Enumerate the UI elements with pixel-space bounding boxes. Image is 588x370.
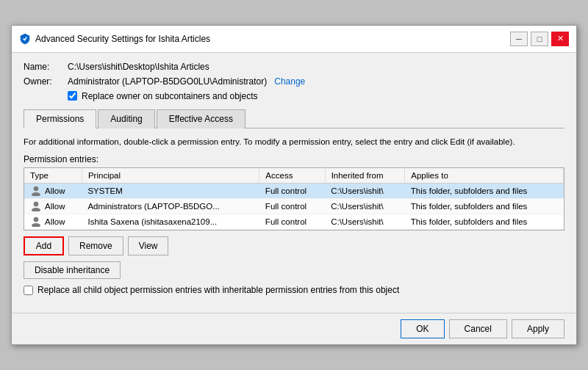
cell-type: Allow: [24, 184, 82, 199]
tab-effective-access[interactable]: Effective Access: [157, 109, 245, 128]
cell-inherited: C:\Users\ishit\: [325, 199, 405, 214]
add-button[interactable]: Add: [24, 236, 64, 255]
section-label: Permission entries:: [24, 154, 564, 164]
window-title: Advanced Security Settings for Ishita Ar…: [35, 34, 210, 44]
tab-auditing[interactable]: Auditing: [98, 109, 154, 128]
view-button[interactable]: View: [128, 236, 169, 255]
svg-point-4: [32, 208, 40, 211]
cancel-button[interactable]: Cancel: [449, 319, 507, 338]
cell-principal: Ishita Saxena (ishitasaxena2109...: [82, 214, 259, 230]
cell-type: Allow: [24, 199, 82, 214]
col-principal: Principal: [82, 168, 259, 184]
change-link[interactable]: Change: [274, 76, 305, 87]
tabs-container: Permissions Auditing Effective Access: [24, 109, 564, 128]
permissions-table-container: Type Principal Access Inherited from App…: [24, 167, 564, 231]
svg-point-7: [32, 223, 40, 227]
replace-child-row: Replace all child object permission entr…: [24, 285, 564, 295]
cell-principal: SYSTEM: [82, 184, 259, 199]
cell-access: Full control: [259, 214, 325, 230]
col-access: Access: [259, 168, 325, 184]
name-label: Name:: [24, 62, 68, 72]
user-icon: [30, 186, 42, 196]
cell-applies: This folder, subfolders and files: [405, 214, 564, 230]
cell-applies: This folder, subfolders and files: [405, 199, 564, 214]
col-type: Type: [24, 168, 82, 184]
cell-inherited: C:\Users\ishit\: [325, 184, 405, 199]
title-bar: Advanced Security Settings for Ishita Ar…: [12, 26, 576, 53]
col-inherited: Inherited from: [325, 168, 405, 184]
main-window: Advanced Security Settings for Ishita Ar…: [11, 25, 577, 345]
dialog-footer: OK Cancel Apply: [12, 313, 576, 344]
minimize-button[interactable]: ─: [510, 32, 528, 46]
owner-row: Owner: Administrator (LAPTOP-B5DGO0LU\Ad…: [24, 76, 564, 87]
apply-button[interactable]: Apply: [512, 319, 564, 338]
dialog-content: Name: C:\Users\ishit\Desktop\Ishita Arti…: [12, 53, 576, 313]
maximize-button[interactable]: □: [531, 32, 548, 46]
owner-label: Owner:: [24, 76, 68, 87]
user-icon: [30, 217, 42, 227]
owner-value: Administrator (LAPTOP-B5DGO0LU\Administr…: [68, 76, 305, 87]
replace-owner-row: Replace owner on subcontainers and objec…: [68, 91, 564, 101]
replace-owner-label: Replace owner on subcontainers and objec…: [82, 91, 257, 101]
window-icon: [19, 33, 31, 45]
window-controls: ─ □ ✕: [510, 32, 569, 46]
cell-inherited: C:\Users\ishit\: [325, 214, 405, 230]
table-header-row: Type Principal Access Inherited from App…: [24, 168, 564, 184]
cell-applies: This folder, subfolders and files: [405, 184, 564, 199]
permissions-table: Type Principal Access Inherited from App…: [24, 168, 564, 230]
table-row[interactable]: Allow SYSTEMFull controlC:\Users\ishit\T…: [24, 184, 564, 199]
replace-child-checkbox[interactable]: [24, 286, 33, 295]
cell-type: Allow: [24, 214, 82, 230]
close-button[interactable]: ✕: [551, 32, 569, 46]
user-icon: [30, 201, 42, 211]
table-row[interactable]: Allow Administrators (LAPTOP-B5DGO...Ful…: [24, 199, 564, 214]
cell-access: Full control: [259, 199, 325, 214]
col-applies: Applies to: [405, 168, 564, 184]
name-row: Name: C:\Users\ishit\Desktop\Ishita Arti…: [24, 62, 564, 72]
owner-name: Administrator (LAPTOP-B5DGO0LU\Administr…: [68, 76, 267, 87]
name-value: C:\Users\ishit\Desktop\Ishita Articles: [68, 62, 209, 72]
disable-inheritance-button[interactable]: Disable inheritance: [24, 261, 121, 279]
tab-permissions[interactable]: Permissions: [24, 109, 96, 128]
svg-point-1: [32, 192, 40, 196]
replace-child-label: Replace all child object permission entr…: [37, 285, 399, 295]
action-buttons: Add Remove View: [24, 236, 564, 255]
replace-owner-checkbox[interactable]: [68, 91, 77, 101]
remove-button[interactable]: Remove: [68, 236, 123, 255]
ok-button[interactable]: OK: [401, 319, 444, 338]
table-row[interactable]: Allow Ishita Saxena (ishitasaxena2109...…: [24, 214, 564, 230]
description-text: For additional information, double-click…: [24, 136, 564, 148]
cell-principal: Administrators (LAPTOP-B5DGO...: [82, 199, 259, 214]
cell-access: Full control: [259, 184, 325, 199]
